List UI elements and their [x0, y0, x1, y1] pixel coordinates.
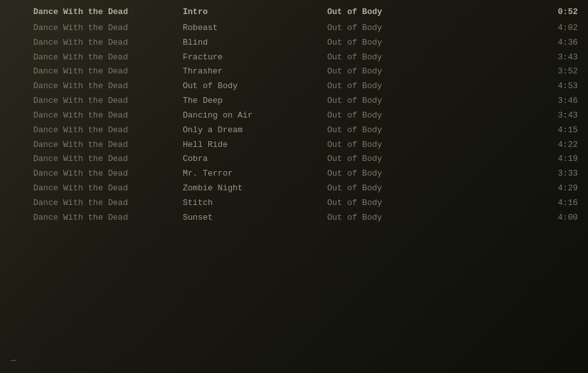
track-duration: 4:16: [455, 197, 578, 209]
track-title: Robeast: [180, 22, 327, 34]
track-artist: Dance With the Dead: [33, 139, 180, 151]
track-artist: Dance With the Dead: [33, 66, 180, 78]
track-title: Dancing on Air: [180, 110, 327, 122]
track-duration: 4:15: [455, 125, 578, 137]
track-artist: Dance With the Dead: [33, 153, 180, 165]
track-artist: Dance With the Dead: [33, 168, 180, 180]
track-duration: 4:02: [455, 22, 578, 34]
track-title: The Deep: [180, 95, 327, 107]
track-title: Thrasher: [180, 66, 327, 78]
header-title: Intro: [180, 6, 327, 19]
table-row[interactable]: Dance With the DeadRobeastOut of Body4:0…: [0, 21, 588, 36]
track-album: Out of Body: [327, 125, 455, 137]
header-album: Out of Body: [327, 6, 455, 19]
track-album: Out of Body: [327, 110, 455, 122]
header-artist: Dance With the Dead: [33, 6, 180, 19]
track-duration: 3:52: [455, 66, 578, 78]
track-album: Out of Body: [327, 139, 455, 151]
track-album: Out of Body: [327, 183, 455, 195]
track-album: Out of Body: [327, 168, 455, 180]
track-title: Out of Body: [180, 80, 327, 93]
table-row[interactable]: Dance With the DeadBlindOut of Body4:36: [0, 36, 588, 50]
track-artist: Dance With the Dead: [33, 52, 180, 64]
track-title: Zombie Night: [180, 183, 327, 195]
track-title: Stitch: [180, 197, 327, 209]
table-row[interactable]: Dance With the DeadCobraOut of Body4:19: [0, 152, 588, 167]
track-duration: 4:00: [455, 212, 578, 224]
track-title: Cobra: [180, 153, 327, 165]
track-artist: Dance With the Dead: [33, 95, 180, 107]
track-title: Only a Dream: [180, 125, 327, 137]
table-row[interactable]: Dance With the DeadHell RideOut of Body4…: [0, 138, 588, 153]
track-duration: 3:33: [455, 168, 578, 180]
track-duration: 4:29: [455, 183, 578, 195]
track-duration: 4:36: [455, 37, 578, 49]
track-album: Out of Body: [327, 80, 455, 93]
track-title: Blind: [180, 37, 327, 49]
track-album: Out of Body: [327, 95, 455, 107]
track-title: Hell Ride: [180, 139, 327, 151]
table-row[interactable]: Dance With the DeadOut of BodyOut of Bod…: [0, 79, 588, 94]
track-title: Fracture: [180, 52, 327, 64]
track-album: Out of Body: [327, 52, 455, 64]
track-artist: Dance With the Dead: [33, 80, 180, 93]
track-artist: Dance With the Dead: [33, 22, 180, 34]
track-album: Out of Body: [327, 212, 455, 224]
table-header: Dance With the Dead Intro Out of Body 0:…: [0, 5, 588, 21]
track-album: Out of Body: [327, 153, 455, 165]
track-artist: Dance With the Dead: [33, 110, 180, 122]
track-title: Sunset: [180, 212, 327, 224]
track-album: Out of Body: [327, 37, 455, 49]
table-row[interactable]: Dance With the DeadSunsetOut of Body4:00: [0, 211, 588, 225]
track-artist: Dance With the Dead: [33, 197, 180, 209]
track-artist: Dance With the Dead: [33, 212, 180, 224]
bottom-arrow: →: [10, 355, 15, 365]
header-duration: 0:52: [455, 6, 578, 19]
track-album: Out of Body: [327, 66, 455, 78]
track-album: Out of Body: [327, 22, 455, 34]
track-list: Dance With the Dead Intro Out of Body 0:…: [0, 0, 588, 231]
track-album: Out of Body: [327, 197, 455, 209]
track-duration: 3:46: [455, 95, 578, 107]
track-artist: Dance With the Dead: [33, 37, 180, 49]
track-duration: 4:22: [455, 139, 578, 151]
track-duration: 3:43: [455, 52, 578, 64]
table-row[interactable]: Dance With the DeadThe DeepOut of Body3:…: [0, 94, 588, 109]
table-row[interactable]: Dance With the DeadZombie NightOut of Bo…: [0, 181, 588, 196]
track-duration: 4:19: [455, 153, 578, 165]
track-artist: Dance With the Dead: [33, 183, 180, 195]
track-duration: 3:43: [455, 110, 578, 122]
track-title: Mr. Terror: [180, 168, 327, 180]
table-row[interactable]: Dance With the DeadMr. TerrorOut of Body…: [0, 167, 588, 181]
track-artist: Dance With the Dead: [33, 125, 180, 137]
track-duration: 4:53: [455, 80, 578, 93]
table-row[interactable]: Dance With the DeadFractureOut of Body3:…: [0, 50, 588, 65]
table-row[interactable]: Dance With the DeadOnly a DreamOut of Bo…: [0, 123, 588, 138]
table-row[interactable]: Dance With the DeadStitchOut of Body4:16: [0, 196, 588, 211]
table-row[interactable]: Dance With the DeadDancing on AirOut of …: [0, 109, 588, 123]
table-row[interactable]: Dance With the DeadThrasherOut of Body3:…: [0, 65, 588, 79]
